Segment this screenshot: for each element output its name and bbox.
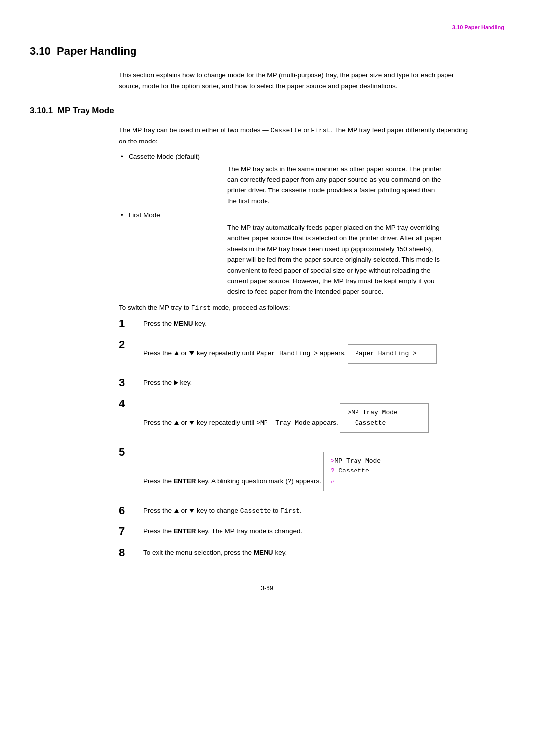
step-6-number: 6 — [119, 504, 143, 517]
step-7: 7 Press the ENTER key. The MP tray mode … — [119, 526, 475, 538]
section-intro: This section explains how to change mode… — [119, 70, 475, 91]
step-3-content: Press the key. — [143, 378, 475, 388]
up-arrow-icon — [174, 351, 179, 355]
subsection-intro: The MP tray can be used in either of two… — [119, 125, 475, 146]
up-arrow-icon-6 — [174, 509, 179, 513]
up-arrow-icon-4 — [174, 421, 179, 425]
lcd-display-step4: >MP Tray Mode Cassette — [340, 403, 429, 433]
bullet-cassette-title: Cassette Mode (default) — [129, 153, 200, 160]
lcd-display-step2: Paper Handling > — [348, 344, 437, 364]
step-3-number: 3 — [119, 377, 143, 389]
main-content: 3.10 Paper Handling This section explain… — [0, 45, 534, 559]
bullet-item-first: First Mode — [129, 210, 475, 220]
steps-container: 1 Press the MENU key. 2 Press the or key… — [119, 318, 475, 559]
switch-intro: To switch the MP tray to First mode, pro… — [119, 302, 475, 314]
step-8: 8 To exit the menu selection, press the … — [119, 547, 475, 559]
step-5: 5 Press the ENTER key. A blinking questi… — [119, 447, 475, 496]
blink-cursor-1: > — [331, 457, 335, 465]
bullet-first-body: The MP tray automatically feeds paper pl… — [227, 222, 445, 297]
step-8-content: To exit the menu selection, press the ME… — [143, 547, 475, 558]
bullet-list: Cassette Mode (default) The MP tray acts… — [129, 152, 475, 297]
step-4-number: 4 — [119, 397, 143, 410]
bullet-first-title: First Mode — [129, 211, 160, 219]
page-number: 3-69 — [0, 579, 534, 602]
step-6-content: Press the or key to change Cassette to F… — [143, 505, 475, 517]
step-8-number: 8 — [119, 546, 143, 559]
page-container: 3.10 Paper Handling 3.10 Paper Handling … — [0, 20, 534, 756]
step-7-content: Press the ENTER key. The MP tray mode is… — [143, 526, 475, 537]
step-5-number: 5 — [119, 446, 143, 459]
down-arrow-icon-4 — [189, 421, 194, 425]
step-2-number: 2 — [119, 338, 143, 351]
bullet-item-cassette: Cassette Mode (default) — [129, 152, 475, 162]
step-1: 1 Press the MENU key. — [119, 318, 475, 330]
step-2: 2 Press the or key repeatedly until Pape… — [119, 339, 475, 369]
step-1-content: Press the MENU key. — [143, 318, 475, 329]
step-4-content: Press the or key repeatedly until >MP Tr… — [143, 398, 475, 438]
step-7-number: 7 — [119, 525, 143, 538]
lcd-display-step5: >MP Tray Mode ? Cassette ↵ — [323, 452, 412, 491]
breadcrumb-text: 3.10 Paper Handling — [452, 24, 504, 30]
blink-cursor-3: ↵ — [331, 479, 334, 484]
section-title: 3.10 Paper Handling — [30, 45, 504, 58]
down-arrow-icon — [189, 351, 194, 355]
subsection-title: 3.10.1 MP Tray Mode — [30, 106, 504, 116]
step-3: 3 Press the key. — [119, 378, 475, 389]
header-breadcrumb: 3.10 Paper Handling — [0, 20, 534, 30]
step-5-content: Press the ENTER key. A blinking question… — [143, 447, 475, 496]
step-1-number: 1 — [119, 317, 143, 330]
down-arrow-icon-6 — [189, 509, 194, 513]
blink-cursor-2: ? — [331, 467, 335, 474]
step-6: 6 Press the or key to change Cassette to… — [119, 505, 475, 517]
bullet-cassette-body: The MP tray acts in the same manner as o… — [227, 164, 445, 206]
step-2-content: Press the or key repeatedly until Paper … — [143, 339, 475, 369]
step-4: 4 Press the or key repeatedly until >MP … — [119, 398, 475, 438]
right-arrow-icon — [174, 380, 178, 385]
